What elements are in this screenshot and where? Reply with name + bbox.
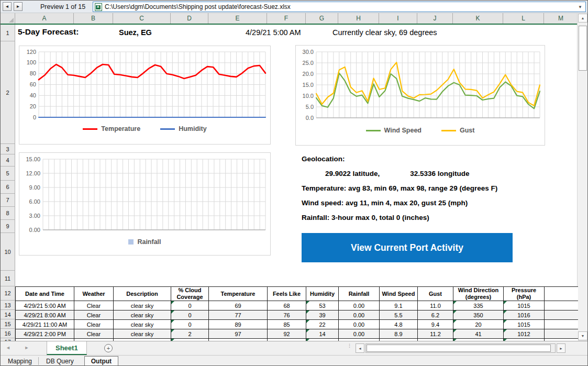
preview-counter: Preview 1 of 15 bbox=[40, 3, 98, 10]
toolbar: ◄ ► Preview 1 of 15 C:\Users\dgm\Documen… bbox=[1, 1, 588, 13]
table-cell: 9.1 bbox=[380, 301, 418, 310]
table-cell: 1015 bbox=[504, 320, 545, 329]
table-cell: 0 bbox=[171, 310, 209, 320]
legend-item: Rainfall bbox=[128, 238, 161, 246]
row-header-12: 12 bbox=[1, 286, 15, 301]
file-path-combobox[interactable]: C:\Users\dgm\Documents\Shipping post upd… bbox=[93, 2, 586, 12]
sheet-tab-sheet1[interactable]: Sheet1 bbox=[47, 341, 87, 355]
y-tick-label: 0 bbox=[33, 114, 36, 120]
select-all-corner bbox=[1, 13, 15, 24]
bottom-tab-db-query[interactable]: DB Query bbox=[40, 357, 80, 366]
wind-chart-legend: Wind SpeedGust bbox=[296, 127, 545, 134]
forecast-table: Date and TimeWeatherDescription% Cloud C… bbox=[15, 286, 578, 341]
row-headers: 1234567891011121314151617 bbox=[1, 25, 15, 341]
table-cell: 0 bbox=[171, 320, 209, 329]
table-cell: 39 bbox=[306, 310, 339, 320]
column-header-L: L bbox=[503, 13, 544, 24]
table-cell: 2 bbox=[171, 329, 209, 339]
table-cell: 1012 bbox=[504, 329, 545, 339]
rainfall-chart: 15.0012.009.006.003.000.00 Rainfall bbox=[19, 152, 271, 256]
wind-gust-chart: 30.025.020.015.010.05.00.0 Wind SpeedGus… bbox=[295, 45, 545, 146]
bottom-tab-output[interactable]: Output bbox=[84, 356, 118, 366]
view-port-activity-button[interactable]: View Current Port Activity bbox=[302, 233, 513, 262]
table-cell: 0.00 bbox=[339, 301, 380, 310]
forecast-table-wrap: Date and TimeWeatherDescription% Cloud C… bbox=[15, 286, 578, 341]
row-header-16: 16 bbox=[1, 329, 15, 338]
y-tick-label: 120 bbox=[27, 49, 36, 55]
table-cell: 1016 bbox=[504, 310, 545, 320]
column-header-M: M bbox=[544, 13, 578, 24]
column-header-A: A bbox=[15, 13, 74, 24]
y-tick-label: 15.00 bbox=[26, 156, 40, 162]
table-column-header: Description bbox=[114, 287, 171, 301]
scrollbar-grip-icon[interactable]: ⋮ bbox=[347, 345, 352, 347]
temperature-summary: Temperature: avg 83, min 69, max 98, ran… bbox=[302, 184, 542, 192]
legend-swatch-icon bbox=[441, 130, 456, 131]
scroll-down-icon[interactable]: ▼ bbox=[578, 331, 587, 340]
table-cell: 8.9 bbox=[380, 329, 418, 339]
legend-swatch-icon bbox=[366, 130, 381, 131]
table-cell: 11.2 bbox=[418, 329, 453, 339]
table-cell: 77 bbox=[209, 310, 268, 320]
column-header-E: E bbox=[208, 13, 267, 24]
row-header-6: 6 bbox=[1, 181, 15, 194]
vertical-scroll-thumb[interactable] bbox=[579, 26, 587, 71]
y-tick-label: 60 bbox=[30, 81, 36, 87]
xlsx-file-icon bbox=[95, 3, 102, 11]
row-header-1: 1 bbox=[1, 25, 15, 41]
add-sheet-icon[interactable]: + bbox=[104, 344, 113, 352]
row-header-10: 10 bbox=[1, 233, 15, 271]
sheet-nav-arrows-icon[interactable]: ◄ ► bbox=[6, 345, 35, 350]
bottom-tab-mapping[interactable]: Mapping bbox=[2, 357, 38, 366]
y-tick-label: 30.0 bbox=[303, 49, 314, 55]
column-header-B: B bbox=[74, 13, 113, 24]
table-cell: 69 bbox=[209, 301, 268, 310]
table-row: 4/29/21 8:00 AMClearclear sky07776390.00… bbox=[16, 310, 579, 320]
table-cell: 0.00 bbox=[339, 310, 380, 320]
series-line-gust bbox=[316, 62, 540, 106]
series-line-temperature bbox=[39, 64, 265, 80]
column-header-F: F bbox=[267, 13, 306, 24]
bottom-tab-bar: MappingDB QueryOutput bbox=[1, 355, 588, 366]
row-header-3: 3 bbox=[1, 144, 15, 154]
scroll-left-icon[interactable]: ◄ bbox=[356, 343, 364, 353]
y-tick-label: 12.00 bbox=[26, 170, 40, 176]
tab-separator bbox=[38, 357, 39, 365]
table-cell: 85 bbox=[268, 320, 306, 329]
table-column-header: Weather bbox=[74, 287, 114, 301]
y-tick-label: 25.0 bbox=[303, 60, 314, 66]
table-cell: 5.5 bbox=[380, 310, 418, 320]
dropdown-arrow-icon[interactable]: ▼ bbox=[575, 5, 585, 9]
table-cell: 4/29/21 11:00 AM bbox=[16, 320, 74, 329]
next-preview-button[interactable]: ► bbox=[14, 2, 23, 11]
row-header-4: 4 bbox=[1, 154, 15, 167]
scroll-right-icon[interactable]: ► bbox=[557, 343, 565, 353]
legend-label: Temperature bbox=[101, 125, 140, 132]
y-tick-label: 20.0 bbox=[303, 71, 314, 77]
horizontal-scroll-thumb[interactable] bbox=[367, 345, 551, 352]
table-cell: 4/29/21 8:00 AM bbox=[16, 310, 74, 320]
scroll-up-icon[interactable]: ▲ bbox=[578, 14, 587, 23]
legend-label: Gust bbox=[460, 127, 474, 134]
table-cell bbox=[545, 320, 579, 329]
table-cell: 350 bbox=[453, 310, 504, 320]
legend-item: Wind Speed bbox=[366, 127, 421, 134]
temperature-chart-legend: TemperatureHumidity bbox=[19, 125, 270, 132]
table-cell: 92 bbox=[268, 329, 306, 339]
vertical-scrollbar[interactable]: ▲ ▼ bbox=[577, 13, 587, 341]
prev-preview-button[interactable]: ◄ bbox=[3, 2, 12, 11]
table-column-header: % Cloud Coverage bbox=[171, 287, 209, 301]
table-cell: 76 bbox=[268, 310, 306, 320]
longitude-value: 32.5336 longitude bbox=[410, 170, 469, 178]
table-cell: clear sky bbox=[114, 320, 171, 329]
table-cell: clear sky bbox=[114, 329, 171, 339]
table-row: 4/29/21 11:00 AMClearclear sky08985220.0… bbox=[16, 320, 579, 329]
legend-swatch-icon bbox=[160, 128, 175, 130]
horizontal-scrollbar[interactable] bbox=[365, 343, 556, 353]
table-row: 4/29/21 2:00 PMClearclear sky29792140.00… bbox=[16, 329, 579, 339]
table-cell: 1015 bbox=[504, 301, 545, 310]
conditions-label: Currently clear sky, 69 degrees bbox=[332, 28, 437, 37]
row-header-14: 14 bbox=[1, 310, 15, 319]
table-cell bbox=[545, 329, 579, 339]
table-cell: 22 bbox=[306, 320, 339, 329]
